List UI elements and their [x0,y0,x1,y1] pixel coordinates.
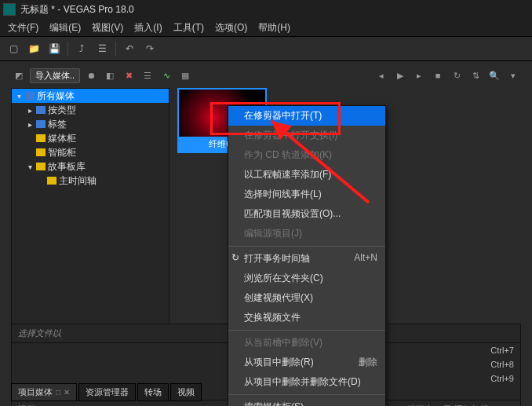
context-menu: 在修剪器中打开(T)在修剪器中打开交换(I)作为 CD 轨道添加(K)以工程帧速… [228,105,386,406]
properties-icon[interactable]: ☰ [140,68,155,83]
workspace: ◩ 导入媒体.. ⏺ ◧ ✖ ☰ ∿ ▦ ◂ ▶ ▸ ■ ↻ ⇅ 🔍 ▾ ▾所有… [0,60,532,406]
import-media-button[interactable]: 导入媒体.. [30,68,80,83]
context-menu-item: 从当前槽中删除(V) [228,333,385,353]
new-icon[interactable]: ▢ [5,40,22,57]
search-icon[interactable]: 🔍 [486,68,502,83]
menu-help[interactable]: 帮助(H) [253,20,295,36]
redo-icon[interactable]: ↷ [141,40,159,57]
tree-root[interactable]: ▾所有媒体 [12,89,169,103]
capture-icon[interactable]: ⏺ [83,68,99,83]
separator [67,42,68,56]
tree-item[interactable]: 主时间轴 [12,174,169,188]
tree-item[interactable]: 媒体柜 [12,131,169,145]
panel-tabs: 项目媒体□✕ 资源管理器 转场 视频 [11,383,202,401]
window-title: 无标题 * - VEGAS Pro 18.0 [20,3,134,16]
context-menu-item: 在修剪器中打开交换(I) [228,126,385,145]
tree-item[interactable]: ▾故事板库 [12,159,169,174]
context-menu-item[interactable]: 浏览所在文件夹(C) [228,269,385,288]
menu-bar: 文件(F) 编辑(E) 视图(V) 插入(I) 工具(T) 选项(O) 帮助(H… [0,19,532,37]
pin-icon[interactable]: □ [56,388,60,397]
tree-item[interactable]: 智能柜 [12,145,169,159]
properties-icon[interactable]: ☰ [93,40,111,57]
tab-explorer[interactable]: 资源管理器 [78,383,136,401]
menu-insert[interactable]: 插入(I) [129,20,166,36]
sort-icon[interactable]: ⇅ [468,68,483,83]
tab-transitions[interactable]: 转场 [137,383,169,401]
media-tree: ▾所有媒体 ▸按类型 ▸标签 媒体柜 智能柜 ▾故事板库 主时间轴 [11,88,169,325]
render-icon[interactable]: ⤴ [73,40,90,57]
context-menu-item[interactable]: 匹配项目视频设置(O)... [228,204,385,224]
tab-project-media[interactable]: 项目媒体□✕ [11,383,77,401]
stop-icon[interactable]: ■ [430,68,446,83]
context-menu-item[interactable]: 创建视频代理(X) [228,288,385,308]
open-icon[interactable]: 📁 [25,40,42,57]
context-menu-item[interactable]: 从项目中删除并删除文件(D) [228,372,385,392]
context-menu-item[interactable]: 选择时间线事件(L) [228,185,385,204]
context-menu-item[interactable]: 在修剪器中打开(T) [228,106,385,126]
media-toolbar: ◩ 导入媒体.. ⏺ ◧ ✖ ☰ ∿ ▦ ◂ ▶ ▸ ■ ↻ ⇅ 🔍 ▾ [11,66,521,85]
next-icon[interactable]: ▸ [411,68,427,83]
folder-icon [36,106,46,114]
context-menu-item[interactable]: 从项目中删除(R)删除 [228,353,385,372]
refresh-icon[interactable]: ↻ [449,68,465,83]
fx-icon[interactable]: ∿ [159,68,174,83]
views-icon[interactable]: ▦ [177,68,193,83]
menu-view[interactable]: 视图(V) [87,20,128,36]
context-menu-item: 作为 CD 轨道添加(K) [228,145,385,165]
tree-item[interactable]: ▸按类型 [12,103,169,117]
tab-video[interactable]: 视频 [170,383,202,401]
menu-options[interactable]: 选项(O) [210,20,252,36]
folder-icon [36,148,46,156]
folder-icon [36,163,46,170]
main-toolbar: ▢ 📁 💾 ⤴ ☰ ↶ ↷ [0,37,532,61]
title-bar: 无标题 * - VEGAS Pro 18.0 [0,0,532,19]
remove-icon[interactable]: ✖ [121,68,137,83]
undo-icon[interactable]: ↶ [121,40,138,57]
menu-tools[interactable]: 工具(T) [169,20,209,36]
prev-icon[interactable]: ◂ [373,68,389,83]
app-icon: ◩ [11,68,27,83]
folder-icon [36,134,46,142]
folder-icon [25,92,35,100]
context-menu-item[interactable]: 交换视频文件 [228,308,385,327]
save-icon[interactable]: 💾 [46,40,63,57]
close-icon[interactable]: ✕ [64,388,70,397]
folder-icon [36,120,46,128]
context-menu-item[interactable]: 以工程帧速率添加(F) [228,165,385,185]
menu-edit[interactable]: 编辑(E) [45,20,86,36]
context-menu-item[interactable]: 搜索媒体柜(S)... [228,397,385,406]
context-menu-item[interactable]: ↻打开事务时间轴Alt+N [228,249,385,269]
chevron-down-icon[interactable]: ▾ [505,68,521,83]
tree-item[interactable]: ▸标签 [12,117,169,131]
app-logo-icon [3,3,16,16]
menu-file[interactable]: 文件(F) [3,20,43,36]
play-icon[interactable]: ▶ [392,68,408,83]
get-media-icon[interactable]: ◧ [102,68,118,83]
context-menu-item: 编辑源项目(J) [228,224,385,243]
separator [115,42,116,56]
folder-icon [47,177,56,185]
